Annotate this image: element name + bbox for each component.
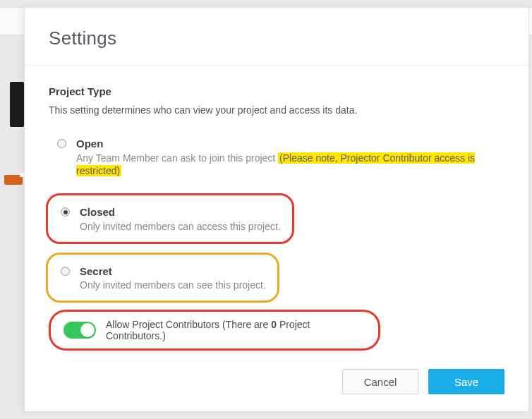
background-shape bbox=[10, 82, 24, 127]
radio-open[interactable] bbox=[57, 139, 66, 148]
annotation-toggle: Allow Project Contributors (There are 0 … bbox=[49, 310, 380, 351]
section-description: This setting determines who can view you… bbox=[49, 104, 504, 116]
modal-header: Settings bbox=[25, 8, 528, 66]
option-closed[interactable]: Closed Only invited members can access t… bbox=[52, 202, 281, 234]
radio-secret[interactable] bbox=[61, 267, 70, 276]
cancel-button[interactable]: Cancel bbox=[342, 369, 418, 394]
modal-footer: Cancel Save bbox=[342, 369, 504, 394]
option-secret-text: Secret Only invited members can see this… bbox=[80, 265, 266, 292]
background-file-icon bbox=[4, 175, 23, 185]
option-open[interactable]: Open Any Team Member can ask to join thi… bbox=[49, 134, 504, 179]
option-secret[interactable]: Secret Only invited members can see this… bbox=[52, 262, 266, 293]
option-secret-label: Secret bbox=[80, 265, 266, 279]
toggle-label-count: 0 bbox=[271, 319, 277, 330]
option-closed-text: Closed Only invited members can access t… bbox=[80, 205, 281, 233]
save-button[interactable]: Save bbox=[428, 369, 504, 394]
annotation-secret: Secret Only invited members can see this… bbox=[46, 253, 279, 303]
option-closed-sub: Only invited members can access this pro… bbox=[80, 220, 281, 233]
option-open-sub: Any Team Member can ask to join this pro… bbox=[76, 152, 504, 178]
option-closed-label: Closed bbox=[80, 205, 281, 219]
annotation-closed: Closed Only invited members can access t… bbox=[46, 193, 294, 243]
radio-closed[interactable] bbox=[61, 207, 70, 217]
section-title: Project Type bbox=[49, 85, 504, 97]
toggle-label-prefix: Allow Project Contributors (There are bbox=[106, 319, 271, 330]
option-open-label: Open bbox=[76, 137, 504, 151]
allow-contributors-row: Allow Project Contributors (There are 0 … bbox=[58, 319, 365, 341]
modal-title: Settings bbox=[49, 28, 504, 49]
allow-contributors-label: Allow Project Contributors (There are 0 … bbox=[106, 319, 360, 341]
allow-contributors-toggle[interactable] bbox=[64, 322, 96, 339]
option-secret-sub: Only invited members can see this projec… bbox=[80, 279, 266, 292]
modal-body: Project Type This setting determines who… bbox=[25, 66, 528, 351]
settings-modal: Settings Project Type This setting deter… bbox=[24, 7, 529, 412]
option-open-sub-prefix: Any Team Member can ask to join this pro… bbox=[76, 152, 278, 164]
option-open-text: Open Any Team Member can ask to join thi… bbox=[76, 137, 504, 178]
